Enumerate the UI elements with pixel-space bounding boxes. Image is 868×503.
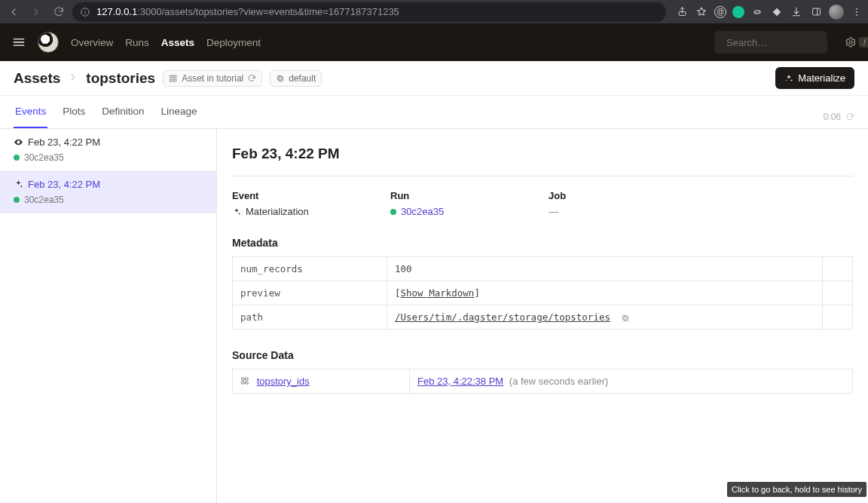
section-source-heading: Source Data: [232, 349, 853, 361]
breadcrumb-separator-icon: [68, 72, 78, 84]
svg-rect-22: [624, 317, 628, 321]
extension-grammarly-icon[interactable]: [732, 6, 744, 18]
browser-menu-icon[interactable]: [850, 5, 863, 19]
tag-repo-label: Asset in tutorial: [182, 73, 243, 84]
sparkle-icon: [784, 74, 793, 83]
extension-link-icon[interactable]: [750, 5, 764, 19]
subheader: Assets topstories Asset in tutorial defa…: [0, 61, 868, 96]
copy-icon[interactable]: [621, 314, 630, 323]
tab-events[interactable]: Events: [14, 96, 47, 128]
eye-icon: [14, 137, 23, 147]
table-row: num_records 100: [233, 257, 853, 281]
metadata-key: path: [233, 305, 387, 330]
global-search[interactable]: /: [714, 31, 827, 54]
metadata-table: num_records 100 preview [Show Markdown] …: [232, 256, 853, 330]
metadata-key: preview: [233, 281, 387, 305]
svg-point-8: [856, 11, 857, 13]
label-run: Run: [390, 190, 549, 201]
metadata-value: [Show Markdown]: [387, 281, 823, 305]
status-dot-success: [390, 209, 396, 215]
grid-icon: [169, 74, 178, 83]
svg-point-7: [856, 8, 857, 9]
extension-at-icon[interactable]: @: [714, 6, 726, 18]
breadcrumb-asset-name: topstories: [86, 70, 155, 87]
nav-assets[interactable]: Assets: [161, 37, 194, 48]
svg-rect-5: [812, 8, 820, 15]
extensions-puzzle-icon[interactable]: [770, 5, 784, 19]
svg-rect-16: [170, 75, 173, 78]
asset-icon: [240, 376, 249, 385]
event-detail-pane: Feb 23, 4:22 PM Event Materialization Ru…: [217, 129, 868, 503]
app-logo[interactable]: [38, 32, 59, 53]
show-markdown-link[interactable]: Show Markdown: [401, 287, 475, 299]
event-list-item[interactable]: Feb 23, 4:22 PM 30c2ea35: [0, 129, 216, 171]
table-row: path /Users/tim/.dagster/storage/topstor…: [233, 305, 853, 330]
browser-forward-button[interactable]: [27, 3, 45, 21]
share-icon[interactable]: [675, 5, 689, 19]
metadata-value: /Users/tim/.dagster/storage/topstories: [387, 305, 823, 330]
nav-deployment[interactable]: Deployment: [206, 37, 261, 48]
metadata-key: num_records: [233, 257, 387, 281]
event-run-id: 30c2ea35: [24, 152, 64, 163]
svg-rect-19: [174, 79, 176, 81]
browser-reload-button[interactable]: [50, 3, 68, 21]
profile-avatar[interactable]: [829, 5, 844, 20]
breadcrumb-root[interactable]: Assets: [14, 70, 60, 87]
browser-chrome: 127.0.0.1:3000/assets/topstories?view=ev…: [0, 0, 868, 23]
source-asset-link[interactable]: topstory_ids: [257, 376, 310, 387]
source-time-link[interactable]: Feb 23, 4:22:38 PM: [417, 376, 503, 387]
elapsed-time: 0:06: [824, 112, 841, 122]
svg-rect-27: [246, 382, 248, 384]
path-link[interactable]: /Users/tim/.dagster/storage/topstories: [395, 311, 610, 323]
label-job: Job: [549, 190, 707, 201]
svg-rect-21: [278, 75, 283, 80]
svg-rect-25: [246, 378, 248, 380]
app-header: Overview Runs Assets Deployment /: [0, 23, 868, 61]
event-run-id: 30c2ea35: [24, 195, 64, 205]
event-type-value: Materialization: [246, 206, 309, 217]
svg-rect-20: [279, 77, 283, 81]
label-event: Event: [232, 190, 390, 201]
search-input[interactable]: [726, 37, 853, 48]
tab-plots[interactable]: Plots: [61, 96, 87, 128]
nav-runs[interactable]: Runs: [125, 37, 149, 48]
tag-default-label: default: [289, 73, 316, 84]
svg-point-15: [849, 41, 852, 44]
nav-overview[interactable]: Overview: [71, 37, 113, 48]
event-timestamp: Feb 23, 4:22 PM: [28, 179, 100, 190]
run-link[interactable]: 30c2ea35: [401, 206, 444, 217]
copy-icon: [276, 74, 285, 83]
panel-toggle-icon[interactable]: [809, 5, 823, 19]
bookmark-star-icon[interactable]: [695, 5, 708, 19]
sparkle-icon: [232, 207, 241, 216]
browser-url-bar[interactable]: 127.0.0.1:3000/assets/topstories?view=ev…: [72, 2, 666, 22]
tab-definition[interactable]: Definition: [100, 96, 145, 128]
browser-back-button[interactable]: [5, 3, 23, 21]
section-metadata-heading: Metadata: [232, 237, 853, 249]
tag-repo[interactable]: Asset in tutorial: [163, 70, 262, 87]
sparkle-icon: [14, 179, 23, 189]
tag-default[interactable]: default: [270, 70, 322, 87]
refresh-icon[interactable]: [845, 112, 854, 121]
materialize-button-label: Materialize: [798, 72, 845, 84]
table-row: topstory_ids Feb 23, 4:22:38 PM (a few s…: [233, 370, 853, 394]
back-button-tooltip: Click to go back, hold to see history: [727, 482, 866, 497]
materialize-button[interactable]: Materialize: [775, 67, 854, 89]
svg-point-9: [856, 14, 857, 16]
svg-rect-26: [242, 382, 244, 384]
site-info-icon[interactable]: [80, 7, 90, 17]
menu-toggle-icon[interactable]: [11, 34, 27, 51]
svg-rect-24: [242, 378, 244, 380]
main-nav: Overview Runs Assets Deployment: [71, 37, 261, 48]
svg-rect-17: [174, 75, 176, 78]
svg-rect-18: [170, 79, 173, 81]
metadata-value: 100: [387, 257, 823, 281]
settings-gear-icon[interactable]: [844, 35, 857, 49]
browser-url-text: 127.0.0.1:3000/assets/topstories?view=ev…: [96, 6, 399, 17]
event-list-item[interactable]: Feb 23, 4:22 PM 30c2ea35: [0, 171, 216, 213]
tab-lineage[interactable]: Lineage: [160, 96, 199, 128]
downloads-icon[interactable]: [790, 5, 803, 19]
source-data-table: topstory_ids Feb 23, 4:22:38 PM (a few s…: [232, 369, 853, 394]
status-dot-success: [14, 155, 20, 161]
refresh-icon[interactable]: [247, 74, 256, 83]
